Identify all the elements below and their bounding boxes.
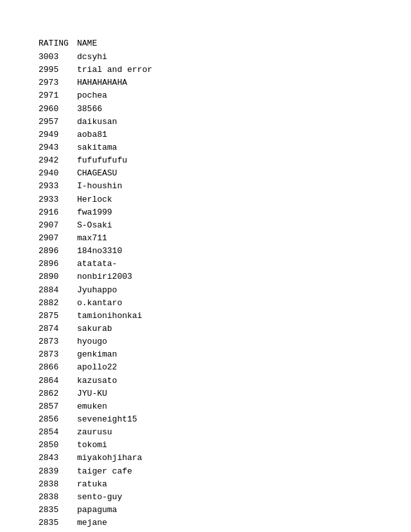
cell-name: JYU-KU — [77, 387, 372, 400]
cell-name: miyakohjihara — [77, 452, 372, 465]
table-row: 3003dcsyhi — [39, 51, 372, 64]
table-row: 2916fwa1999 — [39, 206, 372, 219]
table-row: 2832yo-suke — [39, 529, 372, 532]
cell-name: taiger cafe — [77, 465, 372, 478]
cell-rating: 2942 — [39, 154, 77, 167]
cell-rating: 2960 — [39, 103, 77, 116]
table-row: 2949aoba81 — [39, 129, 372, 141]
cell-rating: 2854 — [39, 426, 77, 439]
table-row: 2856seveneight15 — [39, 413, 372, 426]
cell-rating: 2957 — [39, 116, 77, 129]
table-row: 2838sento-guy — [39, 491, 372, 504]
cell-name: zaurusu — [77, 426, 372, 439]
cell-name: sento-guy — [77, 491, 372, 504]
cell-name: sakurab — [77, 323, 372, 335]
cell-rating: 2896 — [39, 245, 77, 258]
header-rating: RATING — [39, 39, 77, 48]
table-row: 2957daikusan — [39, 116, 372, 129]
cell-name: mejane — [77, 517, 372, 529]
table-row: 2907S-Osaki — [39, 219, 372, 232]
table-row: 2839taiger cafe — [39, 465, 372, 478]
cell-name: papaguma — [77, 504, 372, 517]
cell-name: seveneight15 — [77, 413, 372, 426]
cell-name: aoba81 — [77, 129, 372, 141]
cell-rating: 2835 — [39, 504, 77, 517]
table-body: 3003dcsyhi2995trial and error2973HAHAHAH… — [39, 51, 372, 532]
cell-name: hyougo — [77, 335, 372, 348]
cell-rating: 2874 — [39, 323, 77, 335]
table-row: 2890nonbiri2003 — [39, 270, 372, 283]
cell-name: yo-suke — [77, 529, 372, 532]
cell-name: tamionihonkai — [77, 310, 372, 323]
table-row: 2896184no3310 — [39, 245, 372, 258]
table-row: 2850tokomi — [39, 439, 372, 452]
table-row: 2940CHAGEASU — [39, 167, 372, 180]
cell-name: o.kantaro — [77, 297, 372, 310]
cell-rating: 2882 — [39, 297, 77, 310]
table-row: 2866apollo22 — [39, 361, 372, 374]
cell-rating: 2907 — [39, 232, 77, 245]
cell-rating: 2839 — [39, 465, 77, 478]
cell-name: S-Osaki — [77, 219, 372, 232]
cell-rating: 3003 — [39, 51, 77, 64]
table-header: RATING NAME — [39, 39, 372, 48]
cell-rating: 2864 — [39, 375, 77, 387]
cell-rating: 2933 — [39, 193, 77, 206]
cell-name: ratuka — [77, 478, 372, 491]
table-row: 2864kazusato — [39, 375, 372, 387]
cell-name: sakitama — [77, 141, 372, 154]
cell-rating: 2857 — [39, 400, 77, 413]
table-row: 2857emuken — [39, 400, 372, 413]
cell-name: fufufufufu — [77, 154, 372, 167]
cell-rating: 2835 — [39, 517, 77, 529]
table-row: 2942fufufufufu — [39, 154, 372, 167]
cell-name: emuken — [77, 400, 372, 413]
table-row: 296038566 — [39, 103, 372, 116]
table-row: 2875tamionihonkai — [39, 310, 372, 323]
cell-name: tokomi — [77, 439, 372, 452]
cell-rating: 2856 — [39, 413, 77, 426]
cell-name: 38566 — [77, 103, 372, 116]
cell-name: genkiman — [77, 348, 372, 361]
header-name: NAME — [77, 39, 372, 48]
cell-name: atatata- — [77, 258, 372, 270]
table-row: 2835mejane — [39, 517, 372, 529]
cell-rating: 2995 — [39, 64, 77, 76]
table-row: 2973HAHAHAHAHA — [39, 76, 372, 89]
cell-name: I-houshin — [77, 180, 372, 193]
cell-name: fwa1999 — [77, 206, 372, 219]
table-row: 2896atatata- — [39, 258, 372, 270]
table-row: 2873genkiman — [39, 348, 372, 361]
cell-rating: 2949 — [39, 129, 77, 141]
cell-name: Jyuhappo — [77, 284, 372, 297]
cell-rating: 2916 — [39, 206, 77, 219]
table-row: 2943sakitama — [39, 141, 372, 154]
table-row: 2835papaguma — [39, 504, 372, 517]
cell-rating: 2866 — [39, 361, 77, 374]
cell-name: HAHAHAHAHA — [77, 76, 372, 89]
table-row: 2884Jyuhappo — [39, 284, 372, 297]
table-row: 2843miyakohjihara — [39, 452, 372, 465]
cell-rating: 2896 — [39, 258, 77, 270]
leaderboard-table: RATING NAME 3003dcsyhi2995trial and erro… — [39, 39, 372, 532]
table-row: 2854zaurusu — [39, 426, 372, 439]
cell-rating: 2943 — [39, 141, 77, 154]
cell-rating: 2862 — [39, 387, 77, 400]
cell-rating: 2890 — [39, 270, 77, 283]
cell-rating: 2971 — [39, 89, 77, 102]
cell-rating: 2832 — [39, 529, 77, 532]
table-row: 2862JYU-KU — [39, 387, 372, 400]
table-row: 2907max711 — [39, 232, 372, 245]
cell-rating: 2838 — [39, 491, 77, 504]
cell-rating: 2933 — [39, 180, 77, 193]
cell-rating: 2850 — [39, 439, 77, 452]
cell-name: max711 — [77, 232, 372, 245]
cell-name: kazusato — [77, 375, 372, 387]
cell-rating: 2838 — [39, 478, 77, 491]
cell-name: trial and error — [77, 64, 372, 76]
cell-name: Herlock — [77, 193, 372, 206]
cell-name: nonbiri2003 — [77, 270, 372, 283]
cell-name: 184no3310 — [77, 245, 372, 258]
table-row: 2873hyougo — [39, 335, 372, 348]
cell-rating: 2940 — [39, 167, 77, 180]
